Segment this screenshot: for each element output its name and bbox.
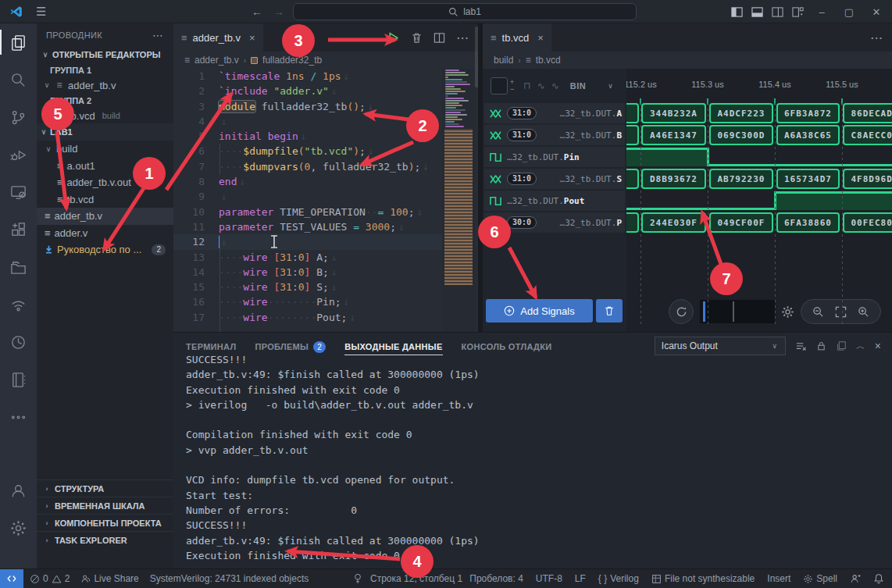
sidebar-more-icon[interactable]: ⋯ bbox=[152, 29, 164, 41]
sidebar-section-task-explorer[interactable]: ›TASK EXPLORER bbox=[37, 531, 173, 548]
gear-icon[interactable] bbox=[781, 305, 794, 319]
spell-status[interactable]: Spell bbox=[803, 573, 837, 584]
encoding-status[interactable]: UTF-8 bbox=[536, 573, 562, 584]
tab-adder-tb-v[interactable]: ≡ adder_tb.v × bbox=[173, 23, 263, 52]
esp-idf-icon[interactable] bbox=[0, 286, 37, 323]
nav-back-icon[interactable]: ← bbox=[252, 5, 262, 18]
zoom-in-icon[interactable] bbox=[858, 306, 869, 318]
wave-breadcrumb[interactable]: build › ≡ tb.vcd bbox=[483, 52, 892, 69]
sidebar-section-структура[interactable]: ›СТРУКТУРА bbox=[37, 479, 173, 497]
code-line[interactable]: 12↓ bbox=[173, 234, 442, 249]
zoom-fit-icon[interactable] bbox=[835, 306, 847, 318]
clear-output-icon[interactable] bbox=[795, 340, 807, 352]
customize-layout-icon[interactable] bbox=[792, 6, 804, 18]
timing-icon[interactable] bbox=[0, 323, 37, 361]
code-line[interactable]: 17····wire········Pout;↓ bbox=[173, 310, 442, 325]
menu-icon[interactable]: ☰ bbox=[36, 5, 46, 19]
sidebar-section-компоненты-проекта[interactable]: ›КОМПОНЕНТЫ ПРОЕКТА bbox=[37, 514, 173, 531]
code-line[interactable]: 6····$dumpfile("tb.vcd");↓ bbox=[173, 144, 442, 159]
signal-row-A[interactable]: 31:0…32_tb.DUT.A bbox=[484, 103, 625, 123]
command-center-search[interactable]: lab1 bbox=[293, 3, 637, 20]
extensions-icon[interactable] bbox=[0, 211, 37, 248]
zoom-out-icon[interactable] bbox=[812, 306, 824, 318]
insert-mode-status[interactable]: Insert bbox=[767, 573, 790, 584]
tree-item--...[interactable]: Руководство по ...2 bbox=[37, 241, 173, 258]
open-in-editor-icon[interactable] bbox=[836, 340, 847, 351]
time-scrubber[interactable] bbox=[700, 300, 775, 323]
code-line[interactable]: 2`include "adder.v"↓ bbox=[173, 84, 442, 98]
problems-status[interactable]: 0 2 bbox=[30, 573, 70, 584]
run-button[interactable] bbox=[387, 31, 400, 45]
remote-explorer-icon[interactable] bbox=[0, 173, 37, 211]
code-editor[interactable]: 1`timescale 1ns / 1ps↓2`include "adder.v… bbox=[173, 69, 442, 332]
toggle-sidebar-icon[interactable] bbox=[731, 6, 743, 18]
format-select[interactable]: BIN bbox=[570, 81, 586, 91]
scrub-cursor[interactable] bbox=[703, 301, 705, 322]
language-status[interactable]: { }Verilog bbox=[598, 573, 639, 584]
toggle-secondary-sidebar-icon[interactable] bbox=[772, 6, 783, 18]
code-line[interactable]: 1`timescale 1ns / 1ps↓ bbox=[173, 69, 442, 84]
code-line[interactable]: 14····wire [31:0] B;↓ bbox=[173, 265, 442, 280]
signal-row-B[interactable]: 31:0…32_tb.DUT.B bbox=[484, 125, 625, 145]
signal-row-Pout[interactable]: …32_tb.DUT.Pout bbox=[484, 191, 625, 211]
close-tab-icon[interactable]: × bbox=[249, 32, 255, 44]
eol-status[interactable]: LF bbox=[575, 573, 586, 584]
code-line[interactable]: 7····$dumpvars(0, fulladder32_tb);↓ bbox=[173, 159, 442, 174]
tree-item-adder_tb.v[interactable]: ≡adder_tb.v bbox=[37, 208, 173, 225]
code-line[interactable]: 3module fulladder32_tb();↓ bbox=[173, 99, 442, 114]
sine-icon[interactable]: ∿ bbox=[537, 80, 545, 91]
sine2-icon[interactable]: ∿ bbox=[551, 80, 559, 91]
maximize-panel-icon[interactable]: ︿ bbox=[856, 340, 865, 353]
wave-plot-area[interactable]: 115.2 us115.3 us115.4 us115.5 us 344B232… bbox=[626, 69, 892, 332]
code-line[interactable]: 10parameter TIME_OPERATION··= 100;↓ bbox=[173, 205, 442, 219]
indent-status[interactable]: Пробелов: 4 bbox=[469, 573, 523, 584]
close-panel-icon[interactable]: × bbox=[875, 340, 881, 352]
cursor-position-status[interactable]: Строка 12, столбец 1 bbox=[370, 573, 462, 584]
source-control-icon[interactable] bbox=[0, 98, 37, 136]
tree-item-adder_tb.v.out[interactable]: ≡adder_tb.v.out bbox=[37, 174, 173, 191]
tab-tb-vcd[interactable]: ≡ tb.vcd × bbox=[483, 23, 551, 52]
panel-tab-консоль-отладки[interactable]: КОНСОЛЬ ОТЛАДКИ bbox=[462, 342, 552, 351]
code-line[interactable]: 15····wire [31:0] S;↓ bbox=[173, 280, 442, 294]
pulse-icon[interactable]: ⊓ bbox=[523, 80, 530, 91]
code-line[interactable]: 13····wire [31:0] A;↓ bbox=[173, 250, 442, 265]
account-icon[interactable] bbox=[0, 472, 37, 509]
chevron-down-icon[interactable]: ∨ bbox=[608, 82, 613, 90]
search-icon[interactable] bbox=[0, 61, 37, 98]
signal-row-S[interactable]: 31:0…32_tb.DUT.S bbox=[484, 169, 625, 189]
add-signals-button[interactable]: Add Signals bbox=[486, 299, 593, 323]
minus-icon[interactable]: − bbox=[510, 86, 514, 93]
tree-item-build[interactable]: ∨build bbox=[37, 141, 173, 158]
signal-row-P[interactable]: 30:0…32_tb.DUT.P bbox=[484, 212, 625, 233]
workspace-root[interactable]: ∨ LAB1 bbox=[37, 123, 173, 141]
trash-icon[interactable] bbox=[411, 32, 423, 44]
minimize-button[interactable]: – bbox=[812, 6, 831, 18]
code-line[interactable]: 5initial begin↓ bbox=[173, 129, 442, 144]
synthesizable-status[interactable]: File not synthesizable bbox=[651, 573, 755, 584]
feedback-person-icon[interactable] bbox=[850, 573, 861, 584]
code-line[interactable]: 11parameter TEST_VALUES = 3000;↓ bbox=[173, 219, 442, 234]
indexer-status[interactable]: SystemVerilog: 24731 indexed objects bbox=[150, 573, 309, 584]
project-folder-icon[interactable] bbox=[0, 248, 37, 286]
explorer-icon[interactable] bbox=[0, 23, 37, 61]
lock-icon[interactable] bbox=[816, 340, 826, 351]
run-debug-icon[interactable] bbox=[0, 136, 37, 173]
remove-signals-button[interactable] bbox=[596, 299, 623, 323]
sidebar-section-временная-шкала[interactable]: ›ВРЕМЕННАЯ ШКАЛА bbox=[37, 497, 173, 514]
editor-more-icon[interactable]: ⋯ bbox=[456, 30, 469, 45]
tree-item-tb.vcd[interactable]: ≡tb.vcd bbox=[37, 191, 173, 208]
signal-row-Pin[interactable]: …32_tb.DUT.Pin bbox=[484, 147, 625, 167]
close-button[interactable]: ✕ bbox=[867, 6, 886, 18]
tree-item-a.out1[interactable]: ≡a.out1 bbox=[37, 158, 173, 175]
editor-more-icon[interactable]: ⋯ bbox=[870, 30, 883, 45]
breadcrumb[interactable]: ≡ adder_tb.v › fulladder32_tb bbox=[173, 52, 478, 69]
code-line[interactable]: 8end↓ bbox=[173, 174, 442, 189]
open-editors-header[interactable]: ∨ ОТКРЫТЫЕ РЕДАКТОРЫ bbox=[37, 47, 173, 62]
more-icon[interactable] bbox=[0, 398, 37, 436]
open-editor-item[interactable]: ≡tb.vcdbuild bbox=[37, 108, 173, 123]
notebook-icon[interactable] bbox=[0, 361, 37, 398]
settings-icon[interactable] bbox=[0, 509, 37, 547]
output-console[interactable]: SUCCESS!!!adder_tb.v:49: $finish called … bbox=[186, 352, 889, 568]
code-line[interactable]: 9↓ bbox=[173, 189, 442, 204]
open-editor-item[interactable]: ∨≡adder_tb.v bbox=[37, 77, 173, 93]
